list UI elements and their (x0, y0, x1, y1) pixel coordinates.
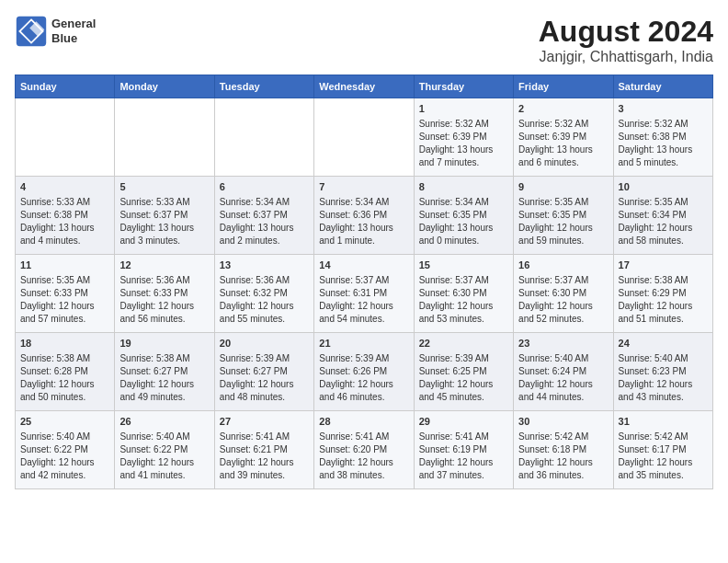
title-block: August 2024 Janjgir, Chhattisgarh, India (539, 15, 713, 65)
day-number: 18 (20, 337, 109, 350)
calendar-cell: 3Sunrise: 5:32 AMSunset: 6:38 PMDaylight… (613, 98, 712, 177)
calendar-cell: 21Sunrise: 5:39 AMSunset: 6:26 PMDayligh… (314, 333, 414, 411)
day-info: Sunrise: 5:36 AM (220, 274, 309, 287)
day-info: Daylight: 12 hours and 56 minutes. (119, 300, 209, 326)
day-info: Daylight: 13 hours and 0 minutes. (419, 222, 508, 247)
calendar-cell: 10Sunrise: 5:35 AMSunset: 6:34 PMDayligh… (613, 177, 712, 255)
day-number: 31 (619, 415, 708, 429)
calendar-cell: 17Sunrise: 5:38 AMSunset: 6:29 PMDayligh… (613, 255, 712, 333)
day-info: Daylight: 12 hours and 57 minutes. (20, 300, 109, 326)
day-number: 5 (119, 180, 209, 194)
day-info: Sunrise: 5:39 AM (419, 352, 508, 365)
day-number: 14 (319, 259, 408, 272)
day-info: Sunset: 6:30 PM (518, 287, 608, 300)
day-info: Sunrise: 5:40 AM (20, 431, 109, 443)
calendar-cell: 11Sunrise: 5:35 AMSunset: 6:33 PMDayligh… (16, 255, 115, 333)
day-info: Sunset: 6:24 PM (518, 365, 608, 378)
day-info: Daylight: 13 hours and 4 minutes. (20, 222, 109, 247)
day-info: Sunrise: 5:35 AM (518, 196, 608, 209)
calendar-cell (314, 98, 414, 177)
calendar-subtitle: Janjgir, Chhattisgarh, India (539, 49, 713, 65)
day-info: Sunset: 6:31 PM (319, 287, 408, 300)
day-number: 23 (518, 337, 608, 350)
calendar-cell: 13Sunrise: 5:36 AMSunset: 6:32 PMDayligh… (214, 255, 313, 333)
day-info: Sunrise: 5:33 AM (20, 196, 109, 209)
day-header-thursday: Thursday (414, 75, 513, 98)
calendar-cell: 27Sunrise: 5:41 AMSunset: 6:21 PMDayligh… (214, 411, 313, 489)
day-info: Daylight: 13 hours and 5 minutes. (619, 144, 708, 169)
day-info: Sunset: 6:28 PM (20, 365, 109, 378)
day-info: Daylight: 12 hours and 45 minutes. (419, 378, 508, 404)
day-info: Sunrise: 5:34 AM (319, 196, 408, 209)
page-header: General Blue August 2024 Janjgir, Chhatt… (15, 15, 713, 65)
day-info: Daylight: 13 hours and 7 minutes. (419, 144, 508, 169)
day-info: Daylight: 12 hours and 51 minutes. (619, 300, 708, 326)
calendar-cell: 19Sunrise: 5:38 AMSunset: 6:27 PMDayligh… (115, 333, 214, 411)
day-number: 20 (220, 337, 309, 350)
calendar-cell: 5Sunrise: 5:33 AMSunset: 6:37 PMDaylight… (115, 177, 214, 255)
day-info: Sunset: 6:36 PM (319, 209, 408, 222)
day-info: Sunrise: 5:38 AM (20, 352, 109, 365)
day-info: Daylight: 13 hours and 1 minute. (319, 222, 408, 247)
calendar-cell: 2Sunrise: 5:32 AMSunset: 6:39 PMDaylight… (514, 98, 613, 177)
day-number: 4 (20, 180, 109, 194)
day-info: Sunset: 6:37 PM (119, 209, 209, 222)
day-header-friday: Friday (514, 75, 613, 98)
day-header-wednesday: Wednesday (314, 75, 414, 98)
day-info: Sunset: 6:22 PM (20, 443, 109, 456)
day-info: Sunset: 6:23 PM (619, 365, 708, 378)
day-info: Sunset: 6:18 PM (518, 443, 608, 456)
day-info: Daylight: 12 hours and 59 minutes. (518, 222, 608, 247)
day-info: Sunset: 6:30 PM (419, 287, 508, 300)
day-number: 25 (20, 415, 109, 429)
calendar-cell: 29Sunrise: 5:41 AMSunset: 6:19 PMDayligh… (414, 411, 513, 489)
day-number: 16 (518, 259, 608, 272)
day-number: 24 (619, 337, 708, 350)
day-info: Daylight: 12 hours and 43 minutes. (619, 378, 708, 404)
calendar-cell: 28Sunrise: 5:41 AMSunset: 6:20 PMDayligh… (314, 411, 414, 489)
day-info: Sunrise: 5:37 AM (419, 274, 508, 287)
day-info: Sunrise: 5:34 AM (419, 196, 508, 209)
logo-icon (15, 15, 48, 48)
day-info: Sunrise: 5:38 AM (619, 274, 708, 287)
calendar-cell: 18Sunrise: 5:38 AMSunset: 6:28 PMDayligh… (16, 333, 115, 411)
calendar-header-row: SundayMondayTuesdayWednesdayThursdayFrid… (16, 75, 713, 98)
calendar-week-5: 25Sunrise: 5:40 AMSunset: 6:22 PMDayligh… (16, 411, 713, 489)
day-info: Daylight: 12 hours and 50 minutes. (20, 378, 109, 404)
day-info: Daylight: 12 hours and 41 minutes. (119, 456, 209, 482)
day-number: 15 (419, 259, 508, 272)
day-info: Sunset: 6:38 PM (619, 131, 708, 144)
day-info: Daylight: 12 hours and 52 minutes. (518, 300, 608, 326)
calendar-cell: 6Sunrise: 5:34 AMSunset: 6:37 PMDaylight… (214, 177, 313, 255)
calendar-cell: 8Sunrise: 5:34 AMSunset: 6:35 PMDaylight… (414, 177, 513, 255)
day-header-monday: Monday (115, 75, 214, 98)
day-info: Daylight: 12 hours and 39 minutes. (220, 456, 309, 482)
logo-line1: General (51, 17, 96, 31)
day-header-sunday: Sunday (16, 75, 115, 98)
calendar-cell: 22Sunrise: 5:39 AMSunset: 6:25 PMDayligh… (414, 333, 513, 411)
day-number: 3 (619, 102, 708, 116)
day-info: Sunrise: 5:34 AM (220, 196, 309, 209)
day-info: Daylight: 12 hours and 42 minutes. (20, 456, 109, 482)
day-number: 17 (619, 259, 708, 272)
day-header-saturday: Saturday (613, 75, 712, 98)
calendar-table: SundayMondayTuesdayWednesdayThursdayFrid… (15, 75, 713, 489)
day-info: Daylight: 12 hours and 49 minutes. (119, 378, 209, 404)
day-info: Sunset: 6:32 PM (220, 287, 309, 300)
day-info: Daylight: 12 hours and 44 minutes. (518, 378, 608, 404)
day-info: Daylight: 12 hours and 55 minutes. (220, 300, 309, 326)
day-number: 1 (419, 102, 508, 116)
logo-line2: Blue (51, 31, 96, 46)
day-info: Sunset: 6:39 PM (419, 131, 508, 144)
day-number: 9 (518, 180, 608, 194)
day-info: Sunset: 6:19 PM (419, 443, 508, 456)
calendar-week-4: 18Sunrise: 5:38 AMSunset: 6:28 PMDayligh… (16, 333, 713, 411)
calendar-cell: 30Sunrise: 5:42 AMSunset: 6:18 PMDayligh… (514, 411, 613, 489)
day-info: Sunrise: 5:39 AM (319, 352, 408, 365)
day-info: Sunset: 6:25 PM (419, 365, 508, 378)
calendar-cell: 1Sunrise: 5:32 AMSunset: 6:39 PMDaylight… (414, 98, 513, 177)
day-info: Daylight: 13 hours and 2 minutes. (220, 222, 309, 247)
day-info: Sunset: 6:20 PM (319, 443, 408, 456)
day-info: Daylight: 12 hours and 48 minutes. (220, 378, 309, 404)
calendar-week-2: 4Sunrise: 5:33 AMSunset: 6:38 PMDaylight… (16, 177, 713, 255)
